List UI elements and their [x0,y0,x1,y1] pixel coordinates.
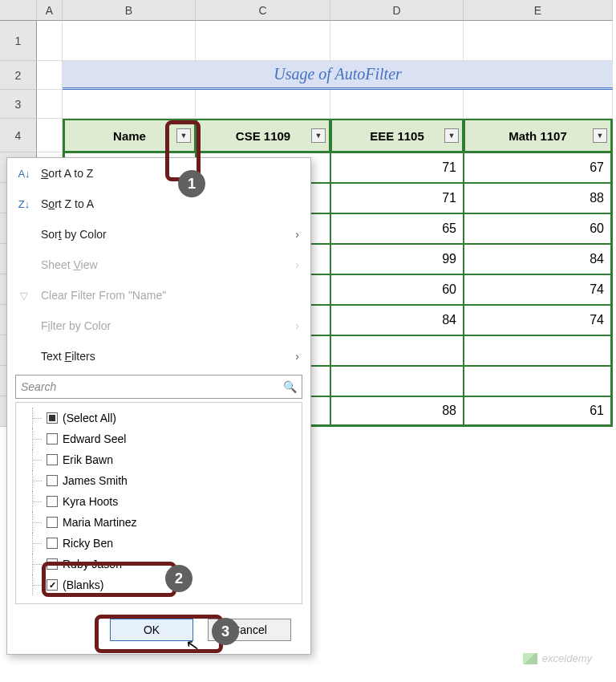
autofilter-menu: A↓ SSort A to Zort A to Z Z↓ Sort Z to A… [6,157,311,655]
sort-asc-icon: A↓ [15,168,33,180]
filter-item-select-all[interactable]: (Select All) [19,408,298,428]
col-A[interactable]: A [37,0,63,21]
checkbox[interactable] [47,454,58,465]
checkbox-checked[interactable] [47,579,58,591]
checkbox-indeterminate[interactable] [47,412,58,424]
column-header-row: A B C D E [0,0,616,21]
filter-button-math[interactable]: ▼ [593,128,607,143]
cell[interactable] [37,119,63,152]
filter-button-cse[interactable]: ▼ [311,128,326,143]
sort-a-to-z[interactable]: A↓ SSort A to Zort A to Z [7,158,310,189]
item-label: James Smith [63,474,128,487]
header-name[interactable]: Name ▼ [63,119,196,152]
checkbox[interactable] [47,538,58,549]
watermark: exceldemy [523,652,592,664]
filter-item[interactable]: Erik Bawn [19,449,298,470]
checkbox[interactable] [47,475,58,486]
header-label: EEE 1105 [370,129,424,143]
menu-label: Sort Z to A [41,197,94,210]
filter-item[interactable]: Maria Martinez [19,512,298,533]
cell[interactable] [63,21,196,61]
logo-icon [523,653,537,664]
menu-label: Sheet View [41,258,98,271]
filter-item[interactable]: Kyra Hoots [19,491,298,512]
sort-z-to-a[interactable]: Z↓ Sort Z to A [7,189,310,219]
menu-label: Clear Filter From "Name" [41,289,166,302]
cell[interactable] [330,90,464,119]
checkbox[interactable] [47,433,58,445]
cell-eee[interactable]: 65 [330,213,464,244]
filter-item[interactable]: Ricky Ben [19,533,298,554]
col-D[interactable]: D [330,0,464,21]
checkbox[interactable] [47,558,58,570]
sort-by-color[interactable]: Sort by Color › [7,219,310,250]
step-badge-2: 2 [165,565,192,592]
cell[interactable] [37,21,63,61]
filter-item[interactable]: James Smith [19,470,298,491]
search-placeholder: Search [21,380,56,393]
cell-eee[interactable] [330,366,464,396]
cell[interactable] [37,61,63,90]
cell-math[interactable]: 84 [464,244,613,274]
item-label: Ricky Ben [63,537,113,550]
cell-math[interactable]: 74 [464,305,613,335]
cell[interactable] [63,90,196,119]
header-eee[interactable]: EEE 1105 ▼ [330,119,464,152]
filter-item-blanks[interactable]: (Blanks) [19,574,298,595]
col-C[interactable]: C [196,0,330,21]
cell-eee[interactable]: 60 [330,274,464,305]
submenu-arrow-icon: › [295,228,299,241]
select-all-corner[interactable] [0,0,37,21]
cell-math[interactable]: 60 [464,213,613,244]
cell-eee[interactable] [330,335,464,366]
row-4[interactable]: 4 [0,119,37,152]
cell-math[interactable]: 67 [464,152,613,183]
checkbox[interactable] [47,517,58,528]
checkbox[interactable] [47,496,58,507]
cell-eee[interactable]: 99 [330,244,464,274]
header-label: Math 1107 [509,129,567,143]
filter-button-eee[interactable]: ▼ [444,128,459,143]
filter-button-name[interactable]: ▼ [176,128,191,143]
col-B[interactable]: B [63,0,196,21]
item-label: Erik Bawn [63,453,113,466]
filter-values-list[interactable]: (Select All) Edward Seel Erik Bawn James… [15,402,302,604]
row-2[interactable]: 2 [0,61,37,90]
cell[interactable] [37,90,63,119]
col-E[interactable]: E [464,0,613,21]
row-1[interactable]: 1 [0,21,37,61]
submenu-arrow-icon: › [295,319,299,332]
item-label: Edward Seel [63,432,126,445]
header-cse[interactable]: CSE 1109 ▼ [196,119,330,152]
cell-math[interactable] [464,335,613,366]
cell-eee[interactable]: 84 [330,305,464,335]
item-label: Ruby Jason [63,558,122,570]
cell-math[interactable] [464,366,613,396]
cell-eee[interactable]: 88 [330,396,464,427]
cell-math[interactable]: 61 [464,396,613,427]
funnel-clear-icon: ▽ [15,290,33,302]
cell[interactable] [196,90,330,119]
header-math[interactable]: Math 1107 ▼ [464,119,613,152]
sheet-view: Sheet View › [7,250,310,280]
text-filters[interactable]: Text Filters › [7,341,310,371]
page-title: Usage of AutoFilter [63,61,613,90]
search-icon: 🔍 [283,380,297,393]
filter-item[interactable]: Edward Seel [19,428,298,449]
cell-eee[interactable]: 71 [330,152,464,183]
filter-search-input[interactable]: Search 🔍 [15,375,302,399]
cell-math[interactable]: 74 [464,274,613,305]
cell-eee[interactable]: 71 [330,183,464,213]
ok-button[interactable]: OK [110,619,193,641]
cell-math[interactable]: 88 [464,183,613,213]
submenu-arrow-icon: › [295,350,299,363]
cell[interactable] [464,21,613,61]
filter-item[interactable]: Ruby Jason [19,554,298,574]
row-3[interactable]: 3 [0,90,37,119]
filter-by-color: Filter by Color › [7,311,310,341]
cell[interactable] [330,21,464,61]
cell[interactable] [464,90,613,119]
item-label: Maria Martinez [63,516,137,529]
cell[interactable] [196,21,330,61]
menu-label: Sort by Color [41,228,107,241]
